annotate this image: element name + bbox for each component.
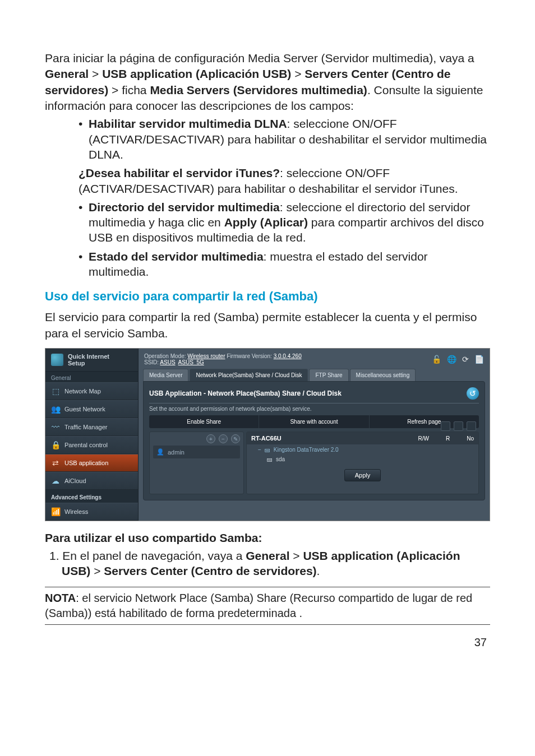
ssid-label: SSID:: [144, 359, 160, 365]
step-1: 1. En el panel de navegación, vaya a Gen…: [45, 548, 490, 579]
field-descriptions-list: Habilitar servidor multimedia DLNA: sele…: [45, 116, 490, 279]
sidebar-item-label: Wireless: [64, 508, 88, 515]
samba-paragraph: El servicio para compartir la red (Samba…: [45, 309, 490, 341]
accounts-column: + − ✎ 👤 admin: [149, 432, 244, 494]
help-icon[interactable]: 📄: [474, 355, 484, 364]
perm-r-header: R: [446, 435, 450, 442]
drive-label: Kingston DataTraveler 2.0: [274, 447, 339, 453]
dlna-label: Habilitar servidor multimedia DLNA: [89, 117, 287, 130]
ssid-link-2[interactable]: ASUS_5G: [178, 359, 204, 365]
router-panel: USB Application - Network Place(Samba) S…: [143, 381, 485, 500]
drive-row[interactable]: − 🖴 Kingston DataTraveler 2.0: [247, 444, 478, 454]
fw-link[interactable]: 3.0.0.4.260: [274, 353, 302, 359]
partition-row[interactable]: 🖴 sda: [247, 454, 478, 463]
step1-general: General: [246, 549, 289, 562]
perm-no-header: No: [467, 435, 474, 442]
language-icon[interactable]: 🌐: [447, 355, 456, 364]
reboot-icon[interactable]: ⟳: [462, 355, 469, 364]
fw-label: Firmware Version:: [225, 353, 274, 359]
sidebar-item-label: Traffic Manager: [64, 424, 107, 430]
intro-media-servers: Media Servers (Servidores multimedia): [150, 84, 367, 96]
list-item-status: Estado del servidor multimedia: muestra …: [79, 249, 490, 280]
list-item-itunes: ¿Desea habilitar el servidor iTunes?: se…: [79, 165, 490, 196]
step1-gt1: >: [289, 549, 303, 562]
intro-usb-app: USB application (Aplicación USB): [102, 67, 291, 80]
usb-icon: ⇄: [51, 458, 60, 467]
directory-label: Directorio del servidor multimedia: [89, 201, 280, 214]
tab-misc[interactable]: Miscellaneous setting: [350, 369, 416, 381]
sidebar-item-traffic-manager[interactable]: 〰 Traffic Manager: [45, 418, 138, 436]
device-name: RT-AC66U: [251, 435, 282, 442]
list-item-dlna: Habilitar servidor multimedia DLNA: sele…: [79, 116, 490, 162]
user-icon: 👤: [156, 448, 164, 456]
panel-title: USB Application - Network Place(Samba) S…: [149, 389, 342, 397]
partition-label: sda: [276, 456, 285, 462]
qis-line2: Setup: [68, 360, 109, 367]
minus-icon: −: [258, 447, 261, 453]
intro-text: Para iniciar la página de configuración …: [45, 52, 474, 64]
intro-gt3: > ficha: [108, 84, 150, 96]
sidebar-item-label: AiCloud: [64, 477, 86, 484]
samba-heading: Uso del servicio para compartir la red (…: [45, 289, 490, 304]
ssid-link-1[interactable]: ASUS: [160, 359, 175, 365]
remove-account-button[interactable]: −: [219, 434, 228, 443]
sidebar-item-guest-network[interactable]: 👥 Guest Network: [45, 400, 138, 418]
sidebar-item-usb-application[interactable]: ⇄ USB application: [45, 454, 138, 472]
drive-icon: 🖴: [265, 447, 270, 453]
directory-apply: Apply (Aplicar): [224, 216, 308, 229]
router-sidebar: Quick Internet Setup General ⬚ Network M…: [45, 349, 139, 521]
panel-action-bar: Enable Share Share with account Refresh …: [149, 415, 479, 428]
sidebar-item-qis[interactable]: Quick Internet Setup: [45, 349, 138, 372]
apply-button[interactable]: Apply: [344, 469, 381, 481]
list-item-directory: Directorio del servidor multimedia: sele…: [79, 200, 490, 245]
tool-icon-2[interactable]: [454, 421, 463, 431]
intro-gt1: >: [89, 67, 102, 80]
op-mode-label: Operation Mode:: [144, 353, 187, 359]
partition-icon: 🖴: [267, 456, 273, 462]
step1-pre: 1. En el panel de navegación, vaya a: [49, 549, 246, 562]
enable-share-button[interactable]: Enable Share: [149, 415, 259, 428]
qis-line1: Quick Internet: [68, 353, 109, 360]
sidebar-item-aicloud[interactable]: ☁ AiCloud: [45, 472, 138, 490]
itunes-label: ¿Desea habilitar el servidor iTunes?: [79, 166, 280, 179]
router-screenshot: Quick Internet Setup General ⬚ Network M…: [45, 348, 490, 521]
note-text: : el servicio Network Place (Samba) Shar…: [45, 592, 472, 619]
op-mode-link[interactable]: Wireless router: [187, 353, 225, 359]
lock-icon: 🔒: [51, 440, 60, 449]
note-box: NOTA: el servicio Network Place (Samba) …: [45, 587, 490, 625]
note-label: NOTA: [45, 592, 76, 604]
tool-icon-1[interactable]: [441, 421, 450, 431]
qis-icon: [51, 354, 63, 366]
devices-column: RT-AC66U R/W R No − 🖴 Kingston Da: [246, 432, 479, 494]
router-tabs: Media Server Network Place(Samba) Share …: [143, 369, 485, 381]
perm-rw-header: R/W: [418, 435, 429, 442]
intro-general: General: [45, 67, 89, 80]
tool-icon-3[interactable]: [467, 421, 476, 431]
sidebar-item-network-map[interactable]: ⬚ Network Map: [45, 382, 138, 400]
back-icon[interactable]: ↺: [467, 387, 479, 400]
guest-network-icon: 👥: [51, 405, 60, 414]
wireless-icon: 📶: [51, 507, 60, 516]
router-info-row: Operation Mode: Wireless router Firmware…: [143, 351, 485, 367]
sidebar-section-general: General: [45, 372, 138, 382]
account-row[interactable]: 👤 admin: [153, 446, 240, 458]
step1-gt2: >: [90, 564, 104, 577]
share-with-account-button[interactable]: Share with account: [259, 415, 369, 428]
sidebar-item-parental-control[interactable]: 🔒 Parental control: [45, 436, 138, 454]
logout-icon[interactable]: 🔓: [432, 355, 441, 364]
tab-ftp[interactable]: FTP Share: [309, 369, 348, 381]
intro-gt2: >: [291, 67, 305, 80]
sidebar-item-label: Network Map: [64, 388, 101, 395]
tab-samba[interactable]: Network Place(Samba) Share / Cloud Disk: [190, 369, 308, 381]
traffic-manager-icon: 〰: [51, 423, 60, 432]
account-name: admin: [168, 449, 185, 456]
sidebar-item-label: Guest Network: [64, 406, 105, 412]
tab-media-server[interactable]: Media Server: [143, 369, 188, 381]
network-map-icon: ⬚: [51, 387, 60, 396]
sidebar-item-wireless[interactable]: 📶 Wireless: [45, 503, 138, 521]
edit-account-button[interactable]: ✎: [231, 434, 240, 443]
samba-subheading: Para utilizar el uso compartido Samba:: [45, 531, 490, 545]
sidebar-section-advanced: Advanced Settings: [45, 490, 138, 503]
add-account-button[interactable]: +: [206, 434, 215, 443]
page-number: 37: [45, 636, 490, 649]
